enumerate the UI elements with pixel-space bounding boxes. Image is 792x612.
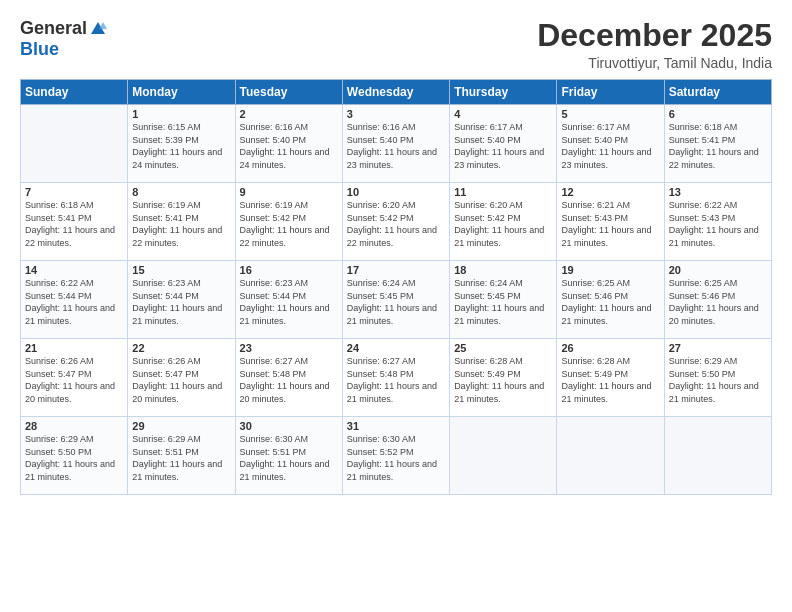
sunrise-text: Sunrise: 6:26 AM (132, 355, 230, 368)
day-number: 22 (132, 342, 230, 354)
day-info: Sunrise: 6:15 AMSunset: 5:39 PMDaylight:… (132, 121, 230, 171)
sunrise-text: Sunrise: 6:18 AM (669, 121, 767, 134)
day-number: 21 (25, 342, 123, 354)
daylight-text: Daylight: 11 hours and 22 minutes. (25, 224, 123, 249)
day-number: 26 (561, 342, 659, 354)
day-number: 15 (132, 264, 230, 276)
daylight-text: Daylight: 11 hours and 22 minutes. (669, 146, 767, 171)
table-row: 8Sunrise: 6:19 AMSunset: 5:41 PMDaylight… (128, 183, 235, 261)
table-row: 20Sunrise: 6:25 AMSunset: 5:46 PMDayligh… (664, 261, 771, 339)
daylight-text: Daylight: 11 hours and 21 minutes. (454, 302, 552, 327)
daylight-text: Daylight: 11 hours and 20 minutes. (25, 380, 123, 405)
calendar-header-row: Sunday Monday Tuesday Wednesday Thursday… (21, 80, 772, 105)
table-row: 28Sunrise: 6:29 AMSunset: 5:50 PMDayligh… (21, 417, 128, 495)
daylight-text: Daylight: 11 hours and 22 minutes. (347, 224, 445, 249)
sunrise-text: Sunrise: 6:24 AM (347, 277, 445, 290)
col-saturday: Saturday (664, 80, 771, 105)
daylight-text: Daylight: 11 hours and 21 minutes. (240, 458, 338, 483)
table-row: 23Sunrise: 6:27 AMSunset: 5:48 PMDayligh… (235, 339, 342, 417)
day-number: 10 (347, 186, 445, 198)
table-row: 10Sunrise: 6:20 AMSunset: 5:42 PMDayligh… (342, 183, 449, 261)
daylight-text: Daylight: 11 hours and 22 minutes. (240, 224, 338, 249)
sunrise-text: Sunrise: 6:15 AM (132, 121, 230, 134)
day-number: 1 (132, 108, 230, 120)
sunset-text: Sunset: 5:40 PM (240, 134, 338, 147)
day-info: Sunrise: 6:23 AMSunset: 5:44 PMDaylight:… (132, 277, 230, 327)
day-info: Sunrise: 6:30 AMSunset: 5:51 PMDaylight:… (240, 433, 338, 483)
logo-general: General (20, 18, 87, 39)
table-row (450, 417, 557, 495)
table-row: 15Sunrise: 6:23 AMSunset: 5:44 PMDayligh… (128, 261, 235, 339)
sunrise-text: Sunrise: 6:29 AM (132, 433, 230, 446)
location-subtitle: Tiruvottiyur, Tamil Nadu, India (537, 55, 772, 71)
sunset-text: Sunset: 5:44 PM (132, 290, 230, 303)
daylight-text: Daylight: 11 hours and 21 minutes. (454, 224, 552, 249)
day-number: 28 (25, 420, 123, 432)
sunset-text: Sunset: 5:50 PM (669, 368, 767, 381)
sunrise-text: Sunrise: 6:17 AM (561, 121, 659, 134)
day-info: Sunrise: 6:24 AMSunset: 5:45 PMDaylight:… (347, 277, 445, 327)
daylight-text: Daylight: 11 hours and 21 minutes. (561, 302, 659, 327)
day-number: 27 (669, 342, 767, 354)
table-row: 26Sunrise: 6:28 AMSunset: 5:49 PMDayligh… (557, 339, 664, 417)
daylight-text: Daylight: 11 hours and 21 minutes. (25, 302, 123, 327)
daylight-text: Daylight: 11 hours and 21 minutes. (240, 302, 338, 327)
sunset-text: Sunset: 5:42 PM (454, 212, 552, 225)
day-number: 16 (240, 264, 338, 276)
sunrise-text: Sunrise: 6:29 AM (669, 355, 767, 368)
day-info: Sunrise: 6:20 AMSunset: 5:42 PMDaylight:… (347, 199, 445, 249)
sunset-text: Sunset: 5:49 PM (454, 368, 552, 381)
sunset-text: Sunset: 5:51 PM (240, 446, 338, 459)
sunset-text: Sunset: 5:50 PM (25, 446, 123, 459)
daylight-text: Daylight: 11 hours and 24 minutes. (132, 146, 230, 171)
table-row: 4Sunrise: 6:17 AMSunset: 5:40 PMDaylight… (450, 105, 557, 183)
sunset-text: Sunset: 5:40 PM (561, 134, 659, 147)
day-info: Sunrise: 6:18 AMSunset: 5:41 PMDaylight:… (25, 199, 123, 249)
daylight-text: Daylight: 11 hours and 23 minutes. (561, 146, 659, 171)
sunrise-text: Sunrise: 6:23 AM (132, 277, 230, 290)
sunset-text: Sunset: 5:48 PM (347, 368, 445, 381)
day-number: 5 (561, 108, 659, 120)
day-number: 2 (240, 108, 338, 120)
daylight-text: Daylight: 11 hours and 21 minutes. (132, 302, 230, 327)
day-number: 11 (454, 186, 552, 198)
sunrise-text: Sunrise: 6:20 AM (454, 199, 552, 212)
page: General Blue December 2025 Tiruvottiyur,… (0, 0, 792, 612)
sunset-text: Sunset: 5:52 PM (347, 446, 445, 459)
sunrise-text: Sunrise: 6:25 AM (669, 277, 767, 290)
table-row: 25Sunrise: 6:28 AMSunset: 5:49 PMDayligh… (450, 339, 557, 417)
sunrise-text: Sunrise: 6:16 AM (240, 121, 338, 134)
sunset-text: Sunset: 5:46 PM (561, 290, 659, 303)
sunset-text: Sunset: 5:40 PM (347, 134, 445, 147)
sunrise-text: Sunrise: 6:28 AM (561, 355, 659, 368)
day-info: Sunrise: 6:16 AMSunset: 5:40 PMDaylight:… (240, 121, 338, 171)
table-row (557, 417, 664, 495)
col-thursday: Thursday (450, 80, 557, 105)
sunset-text: Sunset: 5:42 PM (240, 212, 338, 225)
col-wednesday: Wednesday (342, 80, 449, 105)
calendar-week-0: 1Sunrise: 6:15 AMSunset: 5:39 PMDaylight… (21, 105, 772, 183)
daylight-text: Daylight: 11 hours and 23 minutes. (347, 146, 445, 171)
sunrise-text: Sunrise: 6:29 AM (25, 433, 123, 446)
table-row: 27Sunrise: 6:29 AMSunset: 5:50 PMDayligh… (664, 339, 771, 417)
logo: General Blue (20, 18, 107, 60)
day-info: Sunrise: 6:27 AMSunset: 5:48 PMDaylight:… (347, 355, 445, 405)
sunset-text: Sunset: 5:40 PM (454, 134, 552, 147)
table-row: 21Sunrise: 6:26 AMSunset: 5:47 PMDayligh… (21, 339, 128, 417)
logo-icon (89, 20, 107, 38)
sunrise-text: Sunrise: 6:21 AM (561, 199, 659, 212)
table-row: 19Sunrise: 6:25 AMSunset: 5:46 PMDayligh… (557, 261, 664, 339)
day-info: Sunrise: 6:27 AMSunset: 5:48 PMDaylight:… (240, 355, 338, 405)
col-sunday: Sunday (21, 80, 128, 105)
day-number: 14 (25, 264, 123, 276)
sunset-text: Sunset: 5:47 PM (25, 368, 123, 381)
col-friday: Friday (557, 80, 664, 105)
table-row: 18Sunrise: 6:24 AMSunset: 5:45 PMDayligh… (450, 261, 557, 339)
day-number: 7 (25, 186, 123, 198)
sunrise-text: Sunrise: 6:19 AM (240, 199, 338, 212)
day-info: Sunrise: 6:22 AMSunset: 5:44 PMDaylight:… (25, 277, 123, 327)
day-number: 19 (561, 264, 659, 276)
day-number: 29 (132, 420, 230, 432)
day-number: 13 (669, 186, 767, 198)
page-header: General Blue December 2025 Tiruvottiyur,… (20, 18, 772, 71)
